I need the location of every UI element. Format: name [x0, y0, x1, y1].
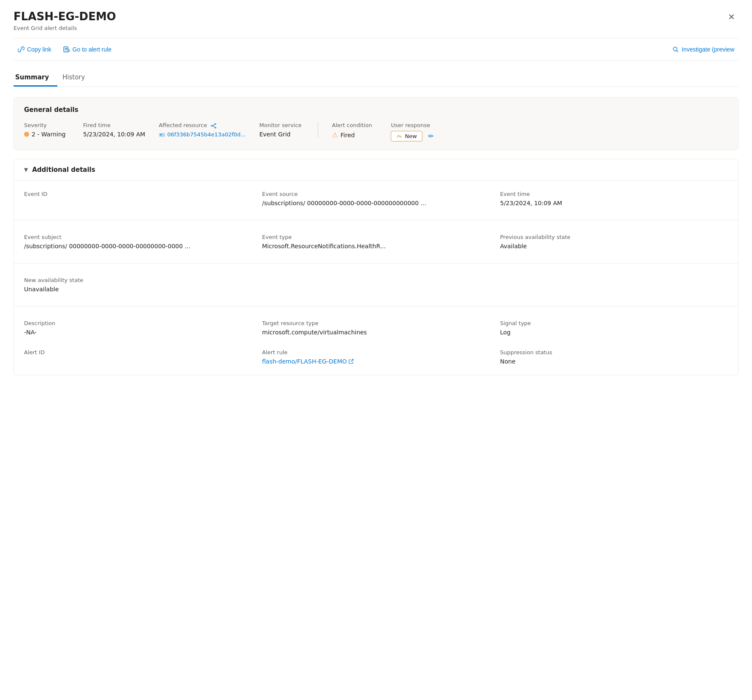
monitor-service-label: Monitor service: [259, 122, 304, 128]
go-to-alert-rule-label: Go to alert rule: [73, 46, 112, 53]
suppression-status-label: Suppression status: [500, 349, 728, 355]
additional-details-card: ▼ Additional details Event ID Event sour…: [14, 159, 738, 375]
divider-3: [14, 306, 738, 307]
new-badge[interactable]: New: [391, 131, 422, 141]
prev-availability-value: Available: [500, 243, 728, 250]
fired-time-col: Fired time 5/23/2024, 10:09 AM: [83, 122, 159, 138]
signal-type-label: Signal type: [500, 320, 728, 326]
event-source-item: Event source /subscriptions/ 00000000-00…: [262, 191, 490, 206]
svg-point-4: [211, 125, 212, 126]
event-time-label: Event time: [500, 191, 728, 197]
alert-rule-icon: [63, 46, 70, 53]
tab-history[interactable]: History: [61, 69, 93, 87]
investigate-label: Investigate (preview: [682, 46, 734, 53]
divider-1: [14, 220, 738, 220]
prev-availability-label: Previous availability state: [500, 234, 728, 240]
event-source-label: Event source: [262, 191, 490, 197]
alert-condition-label: Alert condition: [332, 122, 377, 128]
additional-details-title: Additional details: [32, 166, 95, 174]
details-grid: Event ID Event source /subscriptions/ 00…: [14, 181, 738, 375]
resource-icon: [159, 131, 165, 138]
suppression-status-item: Suppression status None: [500, 349, 728, 365]
event-type-label: Event type: [262, 234, 490, 240]
description-value: -NA-: [24, 329, 252, 336]
tab-summary[interactable]: Summary: [14, 69, 57, 87]
target-resource-type-label: Target resource type: [262, 320, 490, 326]
spacer-2: [500, 277, 728, 293]
event-id-item: Event ID: [24, 191, 252, 206]
chevron-icon: ▼: [24, 167, 28, 173]
main-panel: FLASH-EG-DEMO Event Grid alert details ✕…: [0, 0, 752, 397]
description-label: Description: [24, 320, 252, 326]
investigate-icon: [672, 46, 679, 53]
severity-label: Severity: [24, 122, 70, 128]
event-type-value: Microsoft.ResourceNotifications.HealthR.…: [262, 243, 490, 250]
monitor-service-value: Event Grid: [259, 131, 304, 138]
description-item: Description -NA-: [24, 320, 252, 336]
general-details-title: General details: [24, 106, 728, 114]
copy-link-icon: [18, 46, 24, 53]
alert-rule-label: Alert rule: [262, 349, 490, 355]
user-response-value: New ✏: [391, 131, 436, 141]
panel-title: FLASH-EG-DEMO: [14, 10, 116, 23]
user-response-label: User response: [391, 122, 436, 128]
user-response-col: User response New ✏: [391, 122, 450, 141]
edit-icon[interactable]: ✏: [428, 132, 434, 140]
new-availability-value: Unavailable: [24, 286, 252, 293]
target-resource-type-value: microsoft.compute/virtualmachines: [262, 329, 490, 336]
target-resource-type-item: Target resource type microsoft.compute/v…: [262, 320, 490, 336]
close-button[interactable]: ✕: [725, 10, 738, 24]
affected-resource-col: Affected resource 06f336b7545b4e13a02f0d…: [159, 122, 259, 138]
suppression-status-value: None: [500, 358, 728, 365]
event-subject-item: Event subject /subscriptions/ 00000000-0…: [24, 234, 252, 250]
affected-resource-value[interactable]: 06f336b7545b4e13a02f0d...: [159, 131, 246, 138]
new-badge-icon: [396, 133, 402, 139]
new-availability-label: New availability state: [24, 277, 252, 283]
alert-rule-item: Alert rule flash-demo/FLASH-EG-DEMO: [262, 349, 490, 365]
alert-condition-value: ⚠ Fired: [332, 131, 377, 139]
general-details-card: General details Severity 2 - Warning Fir…: [14, 97, 738, 150]
alert-id-item: Alert ID: [24, 349, 252, 365]
spacer-1: [262, 277, 490, 293]
divider-2: [14, 263, 738, 263]
severity-dot: [24, 132, 29, 137]
fired-time-value: 5/23/2024, 10:09 AM: [83, 131, 145, 138]
svg-point-3: [215, 127, 216, 128]
svg-rect-0: [64, 47, 68, 52]
tabs-bar: Summary History: [14, 69, 738, 87]
event-subject-label: Event subject: [24, 234, 252, 240]
general-details-grid: Severity 2 - Warning Fired time 5/23/202…: [24, 122, 728, 141]
event-type-item: Event type Microsoft.ResourceNotificatio…: [262, 234, 490, 250]
alert-id-label: Alert ID: [24, 349, 252, 355]
event-source-value: /subscriptions/ 00000000-0000-0000-00000…: [262, 200, 490, 206]
copy-link-label: Copy link: [27, 46, 51, 53]
copy-link-button[interactable]: Copy link: [14, 43, 56, 55]
toolbar: Copy link Go to alert rule Investigate (…: [14, 38, 738, 61]
severity-value: 2 - Warning: [24, 131, 70, 138]
monitor-service-col: Monitor service Event Grid: [259, 122, 318, 138]
additional-details-header[interactable]: ▼ Additional details: [14, 159, 738, 181]
affected-resource-label: Affected resource: [159, 122, 246, 129]
severity-col: Severity 2 - Warning: [24, 122, 83, 138]
external-link-icon: [349, 359, 354, 364]
prev-availability-item: Previous availability state Available: [500, 234, 728, 250]
svg-point-2: [215, 123, 216, 125]
fired-time-label: Fired time: [83, 122, 145, 128]
panel-title-area: FLASH-EG-DEMO Event Grid alert details: [14, 10, 116, 31]
investigate-button[interactable]: Investigate (preview: [668, 43, 738, 55]
panel-header: FLASH-EG-DEMO Event Grid alert details ✕: [14, 10, 738, 31]
panel-subtitle: Event Grid alert details: [14, 25, 116, 31]
share-icon: [211, 123, 216, 129]
event-time-value: 5/23/2024, 10:09 AM: [500, 200, 728, 206]
new-availability-item: New availability state Unavailable: [24, 277, 252, 293]
event-subject-value: /subscriptions/ 00000000-0000-0000-00000…: [24, 243, 252, 250]
event-time-item: Event time 5/23/2024, 10:09 AM: [500, 191, 728, 206]
svg-rect-6: [160, 134, 162, 135]
signal-type-value: Log: [500, 329, 728, 336]
signal-type-item: Signal type Log: [500, 320, 728, 336]
warning-icon: ⚠: [332, 131, 338, 139]
alert-rule-value[interactable]: flash-demo/FLASH-EG-DEMO: [262, 358, 490, 365]
alert-condition-col: Alert condition ⚠ Fired: [332, 122, 391, 139]
event-id-label: Event ID: [24, 191, 252, 197]
go-to-alert-rule-button[interactable]: Go to alert rule: [59, 43, 116, 55]
